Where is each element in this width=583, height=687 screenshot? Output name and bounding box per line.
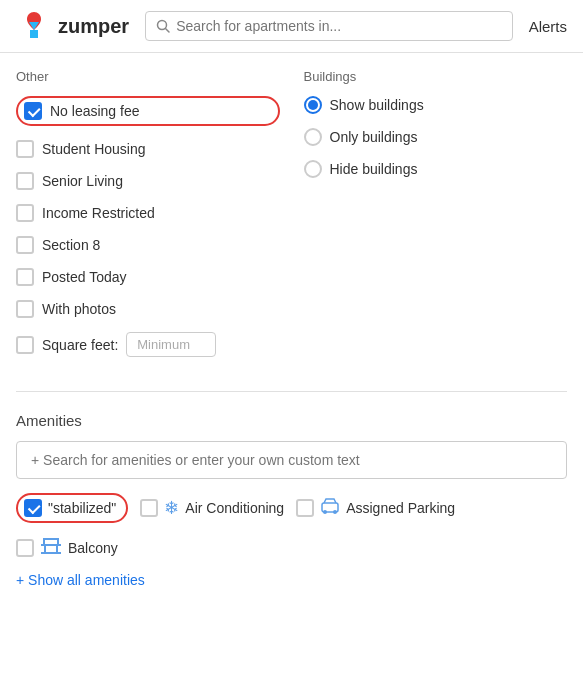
radio-hide-buildings-input[interactable] xyxy=(304,160,322,178)
amenity-balcony[interactable]: Balcony xyxy=(16,537,118,558)
checkbox-senior-living-input[interactable] xyxy=(16,172,34,190)
checkbox-student-housing[interactable]: Student Housing xyxy=(16,140,280,158)
radio-hide-buildings[interactable]: Hide buildings xyxy=(304,160,568,178)
checkbox-section-8-label: Section 8 xyxy=(42,237,100,253)
amenity-assigned-parking[interactable]: Assigned Parking xyxy=(296,498,455,518)
amenity-air-conditioning[interactable]: ❄ Air Conditioning xyxy=(140,497,284,519)
checkbox-income-restricted[interactable]: Income Restricted xyxy=(16,204,280,222)
buildings-label: Buildings xyxy=(304,69,568,84)
checkbox-with-photos-input[interactable] xyxy=(16,300,34,318)
radio-show-buildings[interactable]: Show buildings xyxy=(304,96,568,114)
amenity-balcony-label: Balcony xyxy=(68,540,118,556)
checkbox-section-8-input[interactable] xyxy=(16,236,34,254)
svg-rect-11 xyxy=(43,538,59,540)
balcony-icon xyxy=(40,537,62,558)
logo-icon xyxy=(16,8,52,44)
search-input[interactable] xyxy=(176,18,502,34)
checkbox-balcony-input[interactable] xyxy=(16,539,34,557)
svg-line-1 xyxy=(166,29,170,33)
car-icon xyxy=(320,498,340,518)
svg-point-3 xyxy=(323,510,327,514)
svg-rect-8 xyxy=(41,552,61,554)
search-bar[interactable] xyxy=(145,11,513,41)
radio-only-buildings[interactable]: Only buildings xyxy=(304,128,568,146)
svg-point-4 xyxy=(333,510,337,514)
sqft-minimum-input[interactable] xyxy=(126,332,216,357)
radio-only-buildings-input[interactable] xyxy=(304,128,322,146)
checkbox-no-leasing-fee-input[interactable] xyxy=(24,102,42,120)
radio-only-buildings-label: Only buildings xyxy=(330,129,418,145)
filters-columns: Other No leasing fee Student Housing Sen… xyxy=(16,69,567,371)
checkbox-no-leasing-fee[interactable]: No leasing fee xyxy=(16,96,280,126)
main-content: Other No leasing fee Student Housing Sen… xyxy=(0,53,583,604)
checkbox-assigned-parking-input[interactable] xyxy=(296,499,314,517)
radio-show-buildings-input[interactable] xyxy=(304,96,322,114)
amenity-assigned-parking-label: Assigned Parking xyxy=(346,500,455,516)
amenity-row-1: "stabilized" ❄ Air Conditioning xyxy=(16,493,567,523)
sqft-label: Square feet: xyxy=(42,337,118,353)
amenities-search-input[interactable] xyxy=(16,441,567,479)
svg-rect-9 xyxy=(43,539,45,546)
logo[interactable]: zumper xyxy=(16,8,129,44)
checkbox-student-housing-input[interactable] xyxy=(16,140,34,158)
other-section: Other No leasing fee Student Housing Sen… xyxy=(16,69,280,371)
checkbox-senior-living[interactable]: Senior Living xyxy=(16,172,280,190)
amenities-title: Amenities xyxy=(16,412,567,429)
amenity-air-conditioning-label: Air Conditioning xyxy=(185,500,284,516)
divider xyxy=(16,391,567,392)
checkbox-air-conditioning-input[interactable] xyxy=(140,499,158,517)
search-icon xyxy=(156,19,170,33)
buildings-section: Buildings Show buildings Only buildings … xyxy=(304,69,568,371)
checkbox-stabilized-input[interactable] xyxy=(24,499,42,517)
amenities-section: Amenities "stabilized" ❄ Air Conditionin… xyxy=(16,412,567,588)
radio-hide-buildings-label: Hide buildings xyxy=(330,161,418,177)
radio-show-buildings-label: Show buildings xyxy=(330,97,424,113)
amenity-stabilized[interactable]: "stabilized" xyxy=(16,493,128,523)
header: zumper Alerts xyxy=(0,0,583,53)
checkbox-with-photos[interactable]: With photos xyxy=(16,300,280,318)
sqft-row: Square feet: xyxy=(16,332,280,357)
other-label: Other xyxy=(16,69,280,84)
checkbox-section-8[interactable]: Section 8 xyxy=(16,236,280,254)
checkbox-posted-today-input[interactable] xyxy=(16,268,34,286)
snowflake-icon: ❄ xyxy=(164,497,179,519)
amenity-row-2: Balcony xyxy=(16,537,567,558)
amenity-stabilized-label: "stabilized" xyxy=(48,500,116,516)
checkbox-student-housing-label: Student Housing xyxy=(42,141,146,157)
checkbox-posted-today-label: Posted Today xyxy=(42,269,127,285)
alerts-button[interactable]: Alerts xyxy=(529,18,567,35)
checkbox-income-restricted-label: Income Restricted xyxy=(42,205,155,221)
checkbox-income-restricted-input[interactable] xyxy=(16,204,34,222)
checkbox-posted-today[interactable]: Posted Today xyxy=(16,268,280,286)
checkbox-no-leasing-fee-label: No leasing fee xyxy=(50,103,140,119)
logo-text: zumper xyxy=(58,15,129,38)
show-all-amenities-link[interactable]: + Show all amenities xyxy=(16,572,145,588)
svg-rect-10 xyxy=(57,539,59,546)
checkbox-senior-living-label: Senior Living xyxy=(42,173,123,189)
checkbox-with-photos-label: With photos xyxy=(42,301,116,317)
checkbox-sqft-input[interactable] xyxy=(16,336,34,354)
